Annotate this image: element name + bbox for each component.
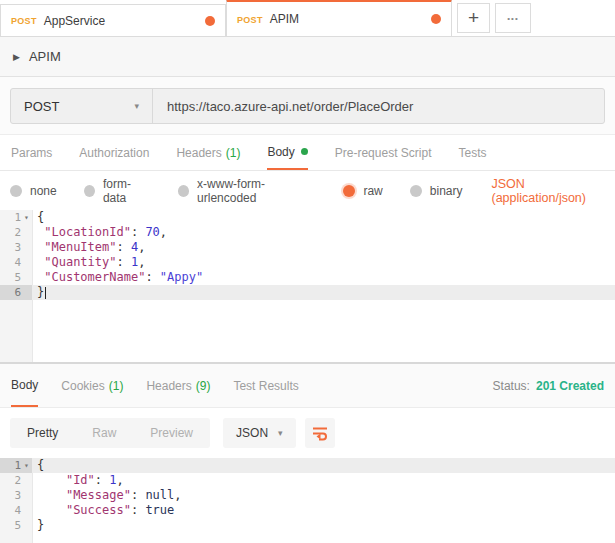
tab-label: Authorization xyxy=(79,146,149,160)
url-row: POST ▾ https://taco.azure-api.net/order/… xyxy=(0,77,615,135)
radio-icon xyxy=(178,185,189,197)
code-text: } xyxy=(32,518,615,533)
tab-count: (9) xyxy=(196,379,211,393)
caret-right-icon: ▶ xyxy=(13,52,20,62)
status-label: Status: xyxy=(493,379,530,393)
fold-caret-icon[interactable]: ▾ xyxy=(21,458,32,473)
tab-title: AppService xyxy=(44,14,105,28)
tab-label: Headers xyxy=(146,379,191,393)
response-body-editor[interactable]: 1▾{2 "Id": 1,3 "Message": null,4 "Succes… xyxy=(0,458,615,543)
tab-tests[interactable]: Tests xyxy=(458,135,486,170)
url-bar: POST ▾ https://taco.azure-api.net/order/… xyxy=(10,88,605,124)
method-select[interactable]: POST ▾ xyxy=(11,89,153,123)
line-number: 2 xyxy=(0,225,32,240)
response-tab-cookies[interactable]: Cookies (1) xyxy=(61,364,123,407)
code-text: "LocationId": 70, xyxy=(32,225,615,240)
content-type-select[interactable]: JSON (application/json) xyxy=(491,177,615,205)
tab-options-button[interactable]: ••• xyxy=(495,3,531,33)
code-line: 3 "Message": null, xyxy=(0,488,615,503)
method-badge: POST xyxy=(237,15,263,25)
postman-app: POST AppService POST APIM + ••• ▶ APIM P… xyxy=(0,0,615,543)
line-number: 6 xyxy=(0,285,32,300)
tab-pre-request-script[interactable]: Pre-request Script xyxy=(335,135,432,170)
response-toolbar: Pretty Raw Preview JSON ▾ xyxy=(0,408,615,458)
body-mode-binary[interactable]: binary xyxy=(410,184,463,198)
tab-label: Body xyxy=(11,378,38,392)
method-label: POST xyxy=(24,99,59,114)
url-input[interactable]: https://taco.azure-api.net/order/PlaceOr… xyxy=(153,89,604,123)
line-number: 1▾ xyxy=(0,458,32,473)
line-number: 3 xyxy=(0,240,32,255)
text-cursor xyxy=(45,287,46,299)
line-number: 1▾ xyxy=(0,210,32,225)
line-number: 4 xyxy=(0,503,32,518)
request-tabs: Params Authorization Headers (1) Body Pr… xyxy=(0,135,615,171)
tab-label: Test Results xyxy=(233,379,298,393)
tab-authorization[interactable]: Authorization xyxy=(79,135,149,170)
request-tab-apim[interactable]: POST APIM xyxy=(226,0,452,36)
unsaved-dot-icon xyxy=(205,16,215,26)
request-tab-appservice[interactable]: POST AppService xyxy=(0,4,226,36)
body-mode-none[interactable]: none xyxy=(10,184,57,198)
status-badge: 201 Created xyxy=(536,379,604,393)
code-line: 6} xyxy=(0,285,615,300)
request-name: APIM xyxy=(29,49,61,64)
line-number: 3 xyxy=(0,488,32,503)
radio-icon xyxy=(410,185,422,197)
mode-label: form-data xyxy=(103,177,151,205)
tab-label: Cookies xyxy=(61,379,104,393)
code-text: "CustomerName": "Appy" xyxy=(32,270,615,285)
tab-body[interactable]: Body xyxy=(267,135,307,170)
tab-count: (1) xyxy=(226,146,241,160)
code-line: 2 "LocationId": 70, xyxy=(0,225,615,240)
tab-count: (1) xyxy=(109,379,124,393)
code-text: { xyxy=(32,210,615,225)
radio-icon xyxy=(84,185,95,197)
tab-headers[interactable]: Headers (1) xyxy=(176,135,240,170)
mode-label: x-www-form-urlencoded xyxy=(197,177,316,205)
tab-label: Headers xyxy=(176,146,221,160)
code-text: "Quantity": 1, xyxy=(32,255,615,270)
radio-selected-icon xyxy=(343,185,355,197)
tab-params[interactable]: Params xyxy=(11,135,52,170)
fold-caret-icon[interactable]: ▾ xyxy=(21,210,32,225)
code-line: 4 "Success": true xyxy=(0,503,615,518)
code-line: 5 "CustomerName": "Appy" xyxy=(0,270,615,285)
request-body-editor[interactable]: 1▾{2 "LocationId": 70,3 "MenuItem": 4,4 … xyxy=(0,210,615,363)
response-tab-headers[interactable]: Headers (9) xyxy=(146,364,210,407)
response-tab-test-results[interactable]: Test Results xyxy=(233,364,298,407)
code-line: 3 "MenuItem": 4, xyxy=(0,240,615,255)
mode-label: raw xyxy=(363,184,382,198)
tab-bar: POST AppService POST APIM + ••• xyxy=(0,0,615,37)
chevron-down-icon: ▾ xyxy=(278,428,283,438)
wrap-lines-button[interactable] xyxy=(305,418,335,448)
code-line: 4 "Quantity": 1, xyxy=(0,255,615,270)
chevron-down-icon: ▾ xyxy=(134,101,139,111)
response-tab-body[interactable]: Body xyxy=(11,364,38,407)
code-text: } xyxy=(32,285,615,300)
tab-label: Body xyxy=(267,145,294,159)
format-select[interactable]: JSON ▾ xyxy=(223,418,296,448)
line-number: 2 xyxy=(0,473,32,488)
radio-icon xyxy=(10,185,22,197)
code-text: "Message": null, xyxy=(32,488,615,503)
new-tab-button[interactable]: + xyxy=(457,3,490,33)
response-status: Status: 201 Created xyxy=(493,364,604,407)
tab-title: APIM xyxy=(270,12,299,26)
code-line: 2 "Id": 1, xyxy=(0,473,615,488)
body-set-dot-icon xyxy=(301,148,308,155)
body-mode-form-data[interactable]: form-data xyxy=(84,177,151,205)
tab-label: Pre-request Script xyxy=(335,146,432,160)
method-badge: POST xyxy=(11,16,37,26)
line-number: 5 xyxy=(0,518,32,533)
view-preview-button[interactable]: Preview xyxy=(133,418,210,448)
view-switcher: Pretty Raw Preview xyxy=(10,418,210,448)
view-pretty-button[interactable]: Pretty xyxy=(10,418,75,448)
body-mode-x-www-form-urlencoded[interactable]: x-www-form-urlencoded xyxy=(178,177,317,205)
view-raw-button[interactable]: Raw xyxy=(75,418,133,448)
code-line: 5} xyxy=(0,518,615,533)
code-line: 1▾{ xyxy=(0,458,615,473)
code-text: "Id": 1, xyxy=(32,473,615,488)
request-name-header[interactable]: ▶ APIM xyxy=(0,37,615,77)
body-mode-raw[interactable]: raw xyxy=(343,184,382,198)
